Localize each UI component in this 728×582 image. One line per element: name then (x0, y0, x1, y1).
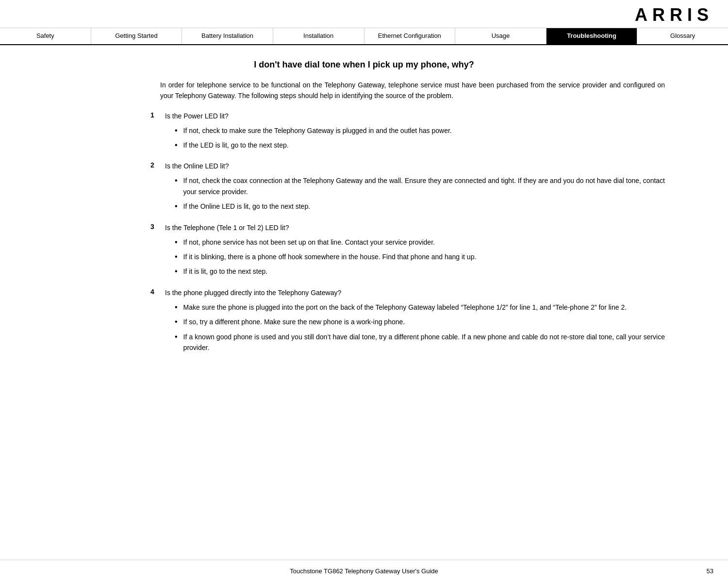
page-title: I don't have dial tone when I pick up my… (53, 60, 675, 70)
bullet-item: If so, try a different phone. Make sure … (165, 316, 665, 327)
step-item-4: 4Is the phone plugged directly into the … (150, 288, 665, 357)
nav-item-safety[interactable]: Safety (0, 28, 91, 44)
step-heading: Is the Power LED lit? (165, 111, 665, 121)
step-number: 3 (150, 223, 165, 231)
bullet-list: Make sure the phone is plugged into the … (165, 302, 665, 353)
footer: Touchstone TG862 Telephony Gateway User'… (0, 560, 728, 582)
bullet-item: If the Online LED is lit, go to the next… (165, 201, 665, 212)
nav-item-ethernet-configuration[interactable]: Ethernet Configuration (364, 28, 456, 44)
bullet-text: If the Online LED is lit, go to the next… (183, 201, 665, 212)
intro-text: In order for telephone service to be fun… (160, 80, 665, 101)
arris-logo: ARRIS (635, 5, 713, 25)
bullet-text: If not, check the coax connection at the… (183, 175, 665, 197)
step-item-3: 3Is the Telephone (Tele 1 or Tel 2) LED … (150, 223, 665, 281)
bullet-text: If not, check to make sure the Telephony… (183, 125, 665, 136)
step-number: 1 (150, 111, 165, 119)
step-heading: Is the Online LED lit? (165, 161, 665, 171)
nav-item-glossary[interactable]: Glossary (637, 28, 728, 44)
bullet-item: If it is blinking, there is a phone off … (165, 251, 665, 262)
footer-page: 53 (707, 567, 713, 575)
bullet-text: Make sure the phone is plugged into the … (183, 302, 665, 313)
bullet-item: If not, check the coax connection at the… (165, 175, 665, 197)
step-heading: Is the phone plugged directly into the T… (165, 288, 665, 298)
bullet-item: Make sure the phone is plugged into the … (165, 302, 665, 313)
bullet-item: If not, phone service has not been set u… (165, 237, 665, 248)
step-number: 2 (150, 161, 165, 169)
nav-item-usage[interactable]: Usage (455, 28, 546, 44)
nav-item-troubleshooting[interactable]: Troubleshooting (546, 28, 638, 44)
bullet-text: If it is blinking, there is a phone off … (183, 251, 665, 262)
nav-item-installation[interactable]: Installation (273, 28, 364, 44)
bullet-item: If it is lit, go to the next step. (165, 266, 665, 277)
bullet-text: If it is lit, go to the next step. (183, 266, 665, 277)
main-nav: SafetyGetting StartedBattery Installatio… (0, 28, 728, 45)
logo-bar: ARRIS (0, 0, 728, 28)
main-content: I don't have dial tone when I pick up my… (24, 45, 704, 393)
bullet-text: If the LED is lit, go to the next step. (183, 140, 665, 150)
bullet-text: If so, try a different phone. Make sure … (183, 316, 665, 327)
footer-title: Touchstone TG862 Telephony Gateway User'… (15, 567, 713, 575)
bullet-list: If not, check the coax connection at the… (165, 175, 665, 212)
step-content: Is the Telephone (Tele 1 or Tel 2) LED l… (165, 223, 665, 281)
bullet-text: If not, phone service has not been set u… (183, 237, 665, 248)
nav-item-battery-installation[interactable]: Battery Installation (182, 28, 273, 44)
step-item-2: 2Is the Online LED lit?If not, check the… (150, 161, 665, 216)
bullet-text: If a known good phone is used and you st… (183, 332, 665, 353)
step-heading: Is the Telephone (Tele 1 or Tel 2) LED l… (165, 223, 665, 233)
step-content: Is the Power LED lit?If not, check to ma… (165, 111, 665, 155)
bullet-list: If not, phone service has not been set u… (165, 237, 665, 277)
bullet-item: If the LED is lit, go to the next step. (165, 140, 665, 150)
nav-item-getting-started[interactable]: Getting Started (91, 28, 182, 44)
bullet-list: If not, check to make sure the Telephony… (165, 125, 665, 151)
step-list: 1Is the Power LED lit?If not, check to m… (150, 111, 665, 357)
bullet-item: If not, check to make sure the Telephony… (165, 125, 665, 136)
step-content: Is the phone plugged directly into the T… (165, 288, 665, 357)
step-content: Is the Online LED lit?If not, check the … (165, 161, 665, 216)
bullet-item: If a known good phone is used and you st… (165, 332, 665, 353)
step-number: 4 (150, 288, 165, 296)
step-item-1: 1Is the Power LED lit?If not, check to m… (150, 111, 665, 155)
